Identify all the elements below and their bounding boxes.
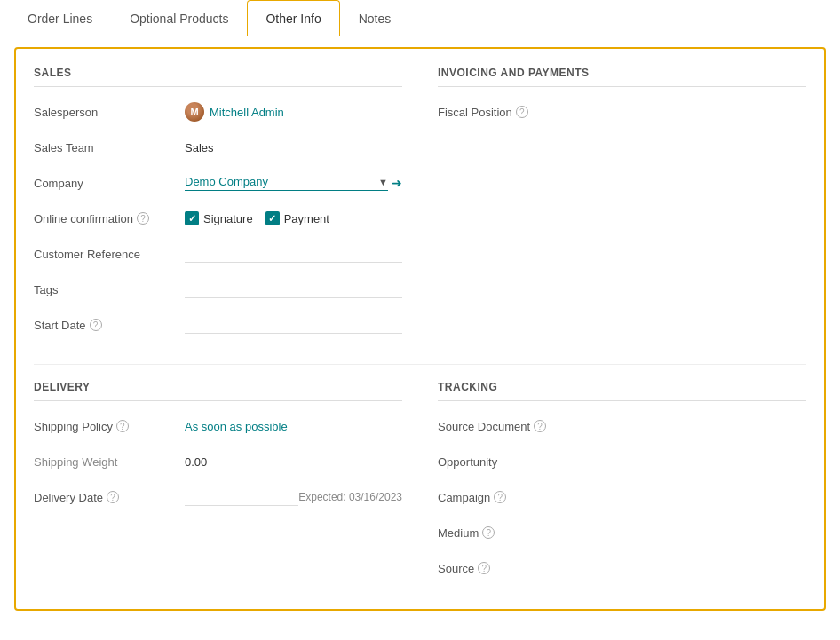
customer-reference-value[interactable]	[185, 245, 402, 263]
payment-checkbox-item: Payment	[265, 211, 329, 225]
opportunity-label: Opportunity	[438, 455, 497, 469]
tab-other-info[interactable]: Other Info	[247, 0, 339, 36]
source-help-icon[interactable]: ?	[478, 562, 490, 574]
tab-order-lines[interactable]: Order Lines	[9, 0, 111, 36]
salesperson-value: M Mitchell Admin	[185, 102, 402, 122]
source-document-row: Source Document ?	[438, 414, 806, 439]
sales-section: SALES Salesperson M Mitchell Admin Sales…	[34, 67, 402, 348]
salesperson-label: Salesperson	[34, 106, 185, 119]
payment-label: Payment	[284, 212, 329, 225]
shipping-weight-value[interactable]: 0.00	[185, 455, 402, 469]
company-value: Demo Company	[185, 175, 373, 188]
delivery-date-value[interactable]	[185, 488, 298, 506]
fiscal-position-label: Fiscal Position	[438, 106, 512, 119]
invoicing-header: INVOICING AND PAYMENTS	[438, 67, 806, 87]
campaign-label: Campaign	[438, 491, 490, 504]
tags-row: Tags	[34, 277, 402, 302]
avatar: M	[185, 102, 204, 122]
form-panel: SALES Salesperson M Mitchell Admin Sales…	[14, 47, 826, 611]
company-label: Company	[34, 177, 185, 190]
shipping-weight-label: Shipping Weight	[34, 455, 185, 469]
medium-row: Medium ?	[438, 520, 806, 545]
expected-date: Expected: 03/16/2023	[298, 491, 402, 503]
dropdown-arrow-icon: ▼	[378, 177, 388, 187]
tags-value[interactable]	[185, 280, 402, 298]
start-date-value[interactable]	[185, 316, 402, 334]
signature-checkbox-item: Signature	[185, 211, 253, 225]
main-content: SALES Salesperson M Mitchell Admin Sales…	[0, 36, 840, 621]
external-link-icon[interactable]: ➜	[392, 176, 402, 190]
sales-team-label: Sales Team	[34, 141, 185, 154]
tab-notes[interactable]: Notes	[340, 0, 410, 36]
sales-header: SALES	[34, 67, 402, 87]
customer-reference-row: Customer Reference	[34, 241, 402, 266]
sales-team-value: Sales	[185, 141, 402, 154]
tracking-section: TRACKING Source Document ? Opportunity	[438, 381, 806, 591]
signature-label: Signature	[203, 212, 253, 225]
shipping-policy-help-icon[interactable]: ?	[116, 420, 129, 432]
tags-label: Tags	[34, 283, 185, 296]
customer-reference-label: Customer Reference	[34, 248, 185, 261]
shipping-policy-row: Shipping Policy ? As soon as possible	[34, 414, 402, 439]
shipping-policy-value: As soon as possible	[185, 420, 288, 433]
shipping-policy-label: Shipping Policy	[34, 420, 113, 433]
tabs-bar: Order Lines Optional Products Other Info…	[0, 0, 840, 36]
fiscal-position-help-icon[interactable]: ?	[516, 106, 528, 118]
online-confirmation-row: Online confirmation ? Signature Payment	[34, 206, 402, 231]
campaign-row: Campaign ?	[438, 485, 806, 510]
company-row: Company Demo Company ▼ ➜	[34, 170, 402, 195]
campaign-help-icon[interactable]: ?	[494, 491, 506, 503]
source-document-label: Source Document	[438, 420, 530, 433]
invoicing-section: INVOICING AND PAYMENTS Fiscal Position ?	[438, 67, 806, 348]
medium-help-icon[interactable]: ?	[482, 526, 495, 539]
delivery-date-row: Delivery Date ? Expected: 03/16/2023	[34, 485, 402, 510]
shipping-weight-row: Shipping Weight 0.00	[34, 449, 402, 474]
fiscal-position-row: Fiscal Position ?	[438, 99, 806, 124]
tab-optional-products[interactable]: Optional Products	[111, 0, 247, 36]
delivery-date-help-icon[interactable]: ?	[107, 491, 119, 503]
source-row: Source ?	[438, 556, 806, 581]
delivery-section: DELIVERY Shipping Policy ? As soon as po…	[34, 381, 402, 591]
delivery-date-label: Delivery Date	[34, 491, 103, 504]
online-confirmation-help-icon[interactable]: ?	[137, 212, 149, 225]
medium-label: Medium	[438, 526, 479, 540]
online-confirmation-label: Online confirmation	[34, 212, 133, 225]
payment-checkbox[interactable]	[265, 211, 280, 225]
company-field[interactable]: Demo Company ▼	[185, 175, 388, 191]
signature-checkbox[interactable]	[185, 211, 199, 225]
source-document-help-icon[interactable]: ?	[534, 420, 546, 432]
start-date-help-icon[interactable]: ?	[90, 319, 102, 331]
delivery-header: DELIVERY	[34, 381, 402, 401]
salesperson-row: Salesperson M Mitchell Admin	[34, 99, 402, 124]
source-label: Source	[438, 562, 474, 575]
opportunity-row: Opportunity	[438, 449, 806, 474]
checkbox-group: Signature Payment	[185, 211, 329, 225]
start-date-row: Start Date ?	[34, 312, 402, 337]
tracking-header: TRACKING	[438, 381, 806, 401]
start-date-label: Start Date	[34, 319, 86, 332]
sales-team-row: Sales Team Sales	[34, 135, 402, 160]
